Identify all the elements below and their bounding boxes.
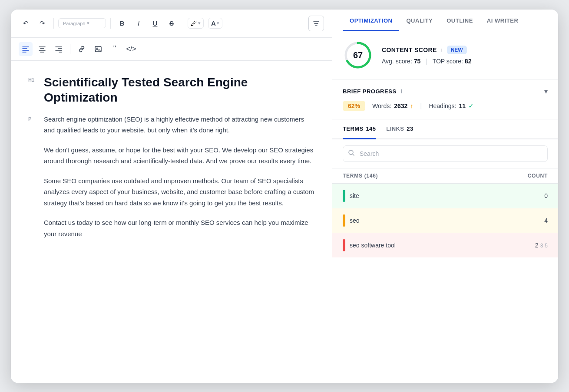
bold-button[interactable]: B — [115, 16, 129, 30]
quote-icon: " — [113, 44, 116, 53]
score-title-row: CONTENT SCORE i NEW — [382, 46, 548, 54]
score-row: 67 CONTENT SCORE i NEW Avg. score: 75 | — [343, 40, 548, 70]
tab-terms[interactable]: TERMS 145 — [343, 119, 376, 139]
score-circle: 67 — [343, 40, 373, 70]
score-info: CONTENT SCORE i NEW Avg. score: 75 | TOP… — [382, 46, 548, 65]
score-title: CONTENT SCORE — [382, 46, 437, 53]
strikethrough-button[interactable]: S — [165, 16, 179, 30]
score-info-icon[interactable]: i — [441, 46, 443, 53]
highlight-icon: 🖊 — [191, 20, 197, 27]
headings-value: 11 — [459, 102, 466, 109]
align-right-button[interactable] — [52, 42, 66, 56]
term-row[interactable]: site 0 — [332, 184, 558, 208]
words-label: Words: — [372, 102, 391, 109]
highlight-dropdown-arrow: ▾ — [198, 20, 201, 26]
search-wrap — [332, 139, 558, 168]
toolbar-separator-1 — [53, 18, 54, 29]
toolbar-separator-3 — [183, 18, 183, 29]
align-left-button[interactable] — [19, 42, 33, 56]
filter-icon — [312, 20, 320, 27]
paragraphs-container: PSearch engine optimization (SEO) is a h… — [28, 114, 314, 240]
term-name: site — [350, 192, 359, 199]
tab-links[interactable]: LINKS 23 — [386, 119, 413, 139]
term-row[interactable]: seo software tool 23-5 — [332, 233, 558, 257]
h1-text[interactable]: Scientifically Tested Search Engine Opti… — [44, 75, 314, 105]
score-details: Avg. score: 75 | TOP score: 82 — [382, 58, 548, 65]
left-panel: ↶ ↷ Paragraph ▾ B I U S 🖊 ▾ A ▾ — [11, 10, 332, 383]
links-tab-label: LINKS — [386, 125, 404, 132]
term-name: seo — [350, 217, 360, 224]
link-icon — [77, 45, 86, 53]
top-label: TOP score: — [433, 58, 463, 65]
search-icon — [348, 149, 355, 158]
terms-count: 145 — [366, 125, 376, 132]
quote-button[interactable]: " — [108, 42, 122, 56]
th-count: COUNT — [513, 173, 548, 179]
tab-ai-writer[interactable]: AI WRITER — [480, 10, 526, 31]
tab-optimization[interactable]: OPTIMIZATION — [343, 10, 399, 31]
highlight-group[interactable]: 🖊 ▾ — [188, 18, 204, 29]
dropdown-arrow: ▾ — [87, 20, 89, 26]
code-icon: </> — [126, 45, 136, 53]
score-value: 67 — [353, 50, 363, 60]
svg-line-20 — [353, 154, 354, 155]
brief-sep: | — [420, 102, 422, 110]
brief-percent: 62% — [343, 101, 365, 111]
search-input-wrap — [343, 145, 548, 162]
term-name-cell: seo software tool — [343, 239, 513, 251]
p-text-1[interactable]: We don't guess, assume, or hope for the … — [44, 145, 314, 167]
code-button[interactable]: </> — [124, 42, 138, 56]
font-color-group[interactable]: A ▾ — [208, 18, 222, 29]
tab-quality[interactable]: QUALITY — [399, 10, 440, 31]
avg-value: 75 — [414, 58, 421, 65]
term-count: 0 — [513, 192, 548, 199]
undo-button[interactable]: ↶ — [19, 16, 33, 30]
brief-title: BRIEF PROGRESS — [343, 88, 397, 95]
brief-row: 62% Words: 2632 ↑ | Headings: 11 ✓ — [343, 101, 548, 111]
paragraph-block-2: Some SEO companies use outdated and unpr… — [28, 175, 314, 209]
image-button[interactable] — [91, 42, 105, 56]
italic-button[interactable]: I — [132, 16, 146, 30]
brief-chevron-icon[interactable]: ▾ — [544, 87, 548, 96]
right-panel: OPTIMIZATION QUALITY OUTLINE AI WRITER — [332, 10, 558, 383]
p-text-0[interactable]: Search engine optimization (SEO) is a hi… — [44, 114, 314, 136]
search-input[interactable] — [343, 145, 548, 162]
filter-button[interactable] — [308, 16, 324, 31]
align-right-icon — [55, 45, 63, 53]
term-count: 23-5 — [513, 242, 548, 249]
headings-stat: Headings: 11 ✓ — [429, 102, 474, 110]
underline-button[interactable]: U — [148, 16, 162, 30]
new-badge: NEW — [447, 46, 467, 54]
tab-outline[interactable]: OUTLINE — [440, 10, 480, 31]
align-center-button[interactable] — [35, 42, 49, 56]
term-name-cell: site — [343, 190, 513, 202]
editor-area[interactable]: H1 Scientifically Tested Search Engine O… — [11, 61, 332, 383]
toolbar-bottom: " </> — [11, 38, 332, 61]
paragraph-dropdown[interactable]: Paragraph ▾ — [58, 18, 106, 28]
font-color-icon: A — [211, 20, 216, 27]
toolbar-separator-2 — [110, 18, 111, 29]
paragraph-block-3: Contact us today to see how our long-ter… — [28, 217, 314, 239]
h1-label: H1 — [28, 77, 39, 82]
term-row[interactable]: seo 4 — [332, 208, 558, 233]
brief-info-icon[interactable]: i — [401, 88, 402, 95]
top-value: 82 — [465, 58, 472, 65]
image-icon — [94, 45, 103, 53]
paragraph-label: Paragraph — [63, 21, 85, 26]
term-name: seo software tool — [350, 242, 396, 249]
terms-tabs: TERMS 145 LINKS 23 — [332, 119, 558, 139]
right-tabs: OPTIMIZATION QUALITY OUTLINE AI WRITER — [332, 10, 558, 31]
brief-section: BRIEF PROGRESS i ▾ 62% Words: 2632 ↑ | H… — [332, 79, 558, 119]
p-text-2[interactable]: Some SEO companies use outdated and unpr… — [44, 175, 314, 209]
font-color-dropdown-arrow: ▾ — [217, 20, 219, 26]
svg-point-16 — [96, 48, 98, 49]
term-indicator-icon — [343, 190, 345, 202]
h1-block: H1 Scientifically Tested Search Engine O… — [28, 75, 314, 105]
link-button[interactable] — [75, 42, 89, 56]
paragraph-block-0: PSearch engine optimization (SEO) is a h… — [28, 114, 314, 136]
paragraph-block-1: We don't guess, assume, or hope for the … — [28, 145, 314, 167]
terms-rows-container: site 0 seo 4 seo software tool 23-5 — [332, 184, 558, 257]
redo-button[interactable]: ↷ — [35, 16, 49, 30]
toolbar-top: ↶ ↷ Paragraph ▾ B I U S 🖊 ▾ A ▾ — [11, 10, 332, 38]
p-text-3[interactable]: Contact us today to see how our long-ter… — [44, 217, 314, 239]
